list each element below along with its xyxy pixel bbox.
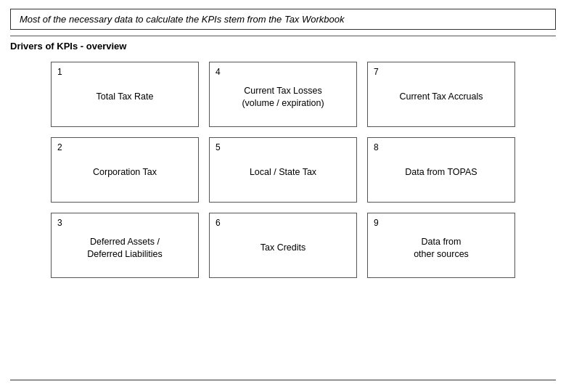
card-6: 6Tax Credits: [209, 213, 357, 278]
card-number-9: 9: [374, 218, 379, 228]
card-label-2: Corporation Tax: [93, 166, 157, 179]
kpi-grid: 1Total Tax Rate4Current Tax Losses (volu…: [44, 62, 522, 278]
card-number-8: 8: [374, 142, 379, 152]
card-label-3: Deferred Assets / Deferred Liabilities: [87, 236, 163, 261]
card-label-8: Data from TOPAS: [405, 166, 477, 179]
card-3: 3Deferred Assets / Deferred Liabilities: [51, 213, 199, 278]
card-label-9: Data from other sources: [414, 236, 469, 261]
top-banner: Most of the necessary data to calculate …: [10, 9, 556, 30]
card-4: 4Current Tax Losses (volume / expiration…: [209, 62, 357, 127]
top-divider: [10, 36, 556, 36]
card-label-1: Total Tax Rate: [97, 91, 154, 104]
card-label-7: Current Tax Accruals: [399, 91, 483, 104]
card-number-3: 3: [57, 218, 62, 228]
card-number-2: 2: [57, 142, 62, 152]
card-number-7: 7: [374, 67, 379, 77]
card-label-4: Current Tax Losses (volume / expiration): [242, 85, 324, 110]
banner-text: Most of the necessary data to calculate …: [20, 14, 345, 25]
card-label-5: Local / State Tax: [250, 166, 316, 179]
card-1: 1Total Tax Rate: [51, 62, 199, 127]
card-label-6: Tax Credits: [261, 242, 306, 255]
card-9: 9Data from other sources: [367, 213, 515, 278]
card-5: 5Local / State Tax: [209, 137, 357, 203]
bottom-divider: [10, 380, 556, 380]
card-8: 8Data from TOPAS: [367, 137, 515, 203]
card-2: 2Corporation Tax: [51, 137, 199, 203]
card-number-5: 5: [216, 142, 221, 152]
card-number-4: 4: [216, 67, 221, 77]
card-number-1: 1: [57, 67, 62, 77]
section-title: Drivers of KPIs - overview: [10, 41, 556, 52]
card-7: 7Current Tax Accruals: [367, 62, 515, 127]
card-number-6: 6: [216, 218, 221, 228]
